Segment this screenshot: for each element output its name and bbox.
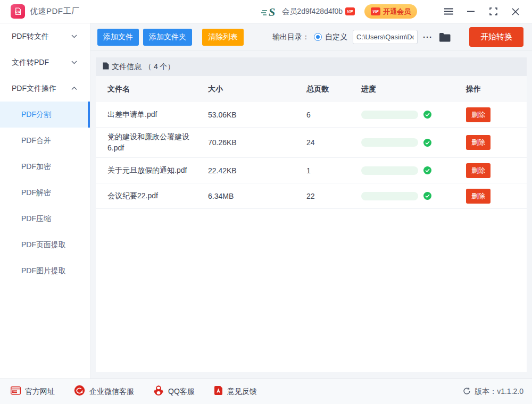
footer-link-label: QQ客服	[168, 387, 195, 397]
sidebar-item-pdf-compress[interactable]: PDF压缩	[0, 206, 90, 232]
upgrade-vip-label: 开通会员	[383, 7, 411, 16]
official-website-link[interactable]: .com 官方网址	[11, 386, 55, 397]
brand-s-icon: S	[261, 6, 278, 18]
sidebar-item-label: PDF合并	[21, 136, 51, 146]
sidebar-group-label: 文件转PDF	[12, 58, 49, 68]
file-name: 关于元旦放假的通知.pdf	[107, 161, 208, 180]
add-file-button[interactable]: 添加文件	[97, 29, 139, 46]
footer-link-label: 意见反馈	[227, 387, 257, 397]
more-options-icon[interactable]: ···	[423, 32, 433, 41]
qq-icon	[153, 385, 164, 398]
toolbar: 添加文件 添加文件夹 清除列表 输出目录： 自定义 ··· 开始转换	[90, 23, 532, 51]
progress-cell	[361, 138, 466, 147]
check-circle-icon	[423, 192, 431, 200]
sidebar-item-pdf-decrypt[interactable]: PDF解密	[0, 180, 90, 206]
col-progress: 进度	[361, 85, 466, 94]
app-title: 优速PDF工厂	[30, 6, 80, 16]
progress-bar	[361, 138, 418, 147]
wechat-icon	[74, 385, 85, 398]
chevron-down-icon	[71, 61, 77, 64]
vip-badge-icon: VIP	[345, 7, 355, 15]
file-pages: 22	[306, 192, 361, 200]
file-info-bar: 文件信息 （ 4 个）	[96, 57, 527, 76]
menu-icon[interactable]	[444, 7, 453, 16]
version-info: 版本：v1.1.2.0	[463, 387, 523, 397]
delete-button[interactable]: 删除	[466, 163, 491, 178]
progress-bar	[361, 166, 418, 175]
file-size: 22.42KB	[208, 166, 306, 175]
progress-cell	[361, 111, 466, 119]
file-size: 53.06KB	[208, 111, 306, 119]
document-icon	[103, 62, 109, 72]
browse-folder-icon[interactable]	[439, 32, 451, 42]
col-action: 操作	[466, 85, 527, 94]
clear-list-button[interactable]: 清除列表	[202, 29, 244, 46]
check-circle-icon	[423, 139, 431, 147]
table-header: 文件名 大小 总页数 进度 操作	[96, 76, 527, 102]
maximize-icon[interactable]	[488, 7, 498, 16]
sidebar-item-label: PDF压缩	[21, 214, 51, 224]
progress-cell	[361, 166, 466, 175]
file-name: 党的建设和廉政公署建设6.pdf	[107, 128, 208, 157]
member-id-label: 会员2d9f428d4f0b	[282, 7, 343, 16]
sidebar-group-file-to-pdf[interactable]: 文件转PDF	[0, 49, 90, 75]
progress-bar	[361, 192, 418, 200]
sidebar-item-pdf-image-extract[interactable]: PDF图片提取	[0, 258, 90, 284]
table-row: 出差申请单.pdf 53.06KB 6 删除	[96, 102, 527, 128]
svg-text:S: S	[269, 6, 275, 18]
file-name: 会议纪要22.pdf	[107, 187, 208, 205]
file-pages: 24	[306, 138, 361, 147]
sidebar-group-label: PDF转文件	[12, 32, 49, 41]
minimize-icon[interactable]	[466, 7, 476, 16]
sidebar-item-pdf-merge[interactable]: PDF合并	[0, 128, 90, 154]
qq-support-link[interactable]: QQ客服	[153, 385, 195, 398]
output-dir-label: 输出目录：	[272, 32, 310, 42]
table-row: 党的建设和廉政公署建设6.pdf 70.26KB 24 删除	[96, 128, 527, 158]
sidebar-item-label: PDF分割	[21, 110, 51, 120]
sidebar-item-label: PDF页面提取	[21, 240, 66, 250]
start-convert-button[interactable]: 开始转换	[469, 27, 523, 47]
sidebar-item-label: PDF解密	[21, 188, 51, 198]
sidebar-item-pdf-encrypt[interactable]: PDF加密	[0, 154, 90, 180]
content-area: 文件信息 （ 4 个） 文件名 大小 总页数 进度 操作 出差申请单.pdf 5…	[90, 51, 532, 378]
footer: .com 官方网址 企业微信客服 QQ客服 意见反馈 版本：v1.1.2.0	[0, 378, 532, 404]
file-name: 出差申请单.pdf	[107, 105, 208, 124]
delete-button[interactable]: 删除	[466, 107, 491, 122]
sidebar-group-label: PDF文件操作	[12, 84, 56, 94]
custom-dir-radio[interactable]: 自定义	[314, 32, 347, 42]
table-row: 会议纪要22.pdf 6.34MB 22 删除	[96, 183, 527, 209]
file-size: 70.26KB	[208, 138, 306, 147]
sidebar-item-label: PDF图片提取	[21, 266, 66, 276]
sidebar-item-pdf-split[interactable]: PDF分割	[0, 102, 90, 128]
check-circle-icon	[423, 111, 431, 119]
add-folder-button[interactable]: 添加文件夹	[143, 29, 192, 46]
close-icon[interactable]	[511, 7, 520, 16]
feedback-link[interactable]: 意见反馈	[214, 386, 257, 397]
sidebar-item-pdf-page-extract[interactable]: PDF页面提取	[0, 232, 90, 258]
chevron-down-icon	[71, 35, 77, 38]
upgrade-vip-button[interactable]: VIP 开通会员	[364, 4, 417, 19]
titlebar: PDF 优速PDF工厂 S 会员2d9f428d4f0b VIP VIP 开通会…	[0, 0, 532, 23]
sidebar-group-pdf-to-file[interactable]: PDF转文件	[0, 23, 90, 49]
radio-selected-icon	[314, 33, 322, 41]
footer-link-label: 官方网址	[25, 387, 55, 397]
sidebar: PDF转文件 文件转PDF PDF文件操作 PDF分割 PDF合并 PDF加密 …	[0, 23, 90, 378]
table-row: 关于元旦放假的通知.pdf 22.42KB 1 删除	[96, 158, 527, 183]
footer-link-label: 企业微信客服	[89, 387, 134, 397]
progress-cell	[361, 192, 466, 200]
app-logo-icon: PDF	[11, 4, 25, 19]
svg-text:.com: .com	[12, 390, 18, 393]
vip-badge-icon: VIP	[371, 7, 380, 15]
col-size: 大小	[208, 85, 306, 94]
file-size: 6.34MB	[208, 192, 306, 200]
sidebar-group-pdf-file-ops[interactable]: PDF文件操作	[0, 75, 90, 102]
delete-button[interactable]: 删除	[466, 135, 491, 150]
output-path-input[interactable]	[353, 30, 418, 44]
refresh-icon[interactable]	[463, 387, 471, 397]
chevron-up-icon	[71, 87, 77, 90]
delete-button[interactable]: 删除	[466, 189, 491, 204]
version-label: 版本：v1.1.2.0	[475, 387, 523, 397]
svg-text:PDF: PDF	[16, 11, 20, 13]
wechat-support-link[interactable]: 企业微信客服	[74, 385, 134, 398]
file-info-title: 文件信息	[112, 62, 142, 72]
